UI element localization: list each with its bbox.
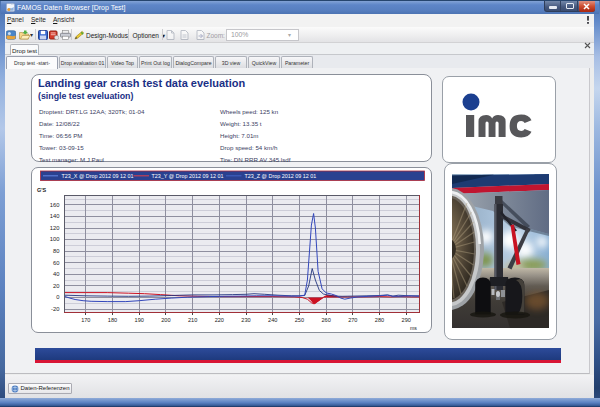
svg-text:140: 140 [49,213,59,219]
svg-text:80: 80 [53,248,59,254]
svg-text:G'S: G'S [37,187,47,193]
svg-text:290: 290 [401,317,410,323]
svg-text:-20: -20 [51,306,59,312]
svg-text:280: 280 [374,317,383,323]
svg-text:210: 210 [187,317,196,323]
svg-text:20: 20 [53,283,59,289]
svg-text:180: 180 [107,317,116,323]
svg-text:230: 230 [241,317,250,323]
svg-text:100: 100 [49,236,59,242]
svg-text:0: 0 [56,294,59,300]
svg-text:200: 200 [161,317,170,323]
svg-text:120: 120 [49,225,59,231]
svg-text:160: 160 [49,202,59,208]
svg-text:250: 250 [294,317,303,323]
svg-text:T23_Y @ Drop 2012 09 12 01: T23_Y @ Drop 2012 09 12 01 [151,173,223,179]
svg-text:240: 240 [268,317,277,323]
svg-text:T23_Z @ Drop 2012 09 12 01: T23_Z @ Drop 2012 09 12 01 [244,173,316,179]
svg-text:T23_X @ Drop 2012 09 12 01: T23_X @ Drop 2012 09 12 01 [61,173,133,179]
svg-text:ms: ms [410,325,417,331]
svg-text:170: 170 [81,317,90,323]
svg-text:60: 60 [53,260,59,266]
svg-text:260: 260 [321,317,330,323]
svg-text:40: 40 [53,271,59,277]
svg-text:220: 220 [214,317,223,323]
svg-text:190: 190 [134,317,143,323]
svg-text:270: 270 [348,317,357,323]
